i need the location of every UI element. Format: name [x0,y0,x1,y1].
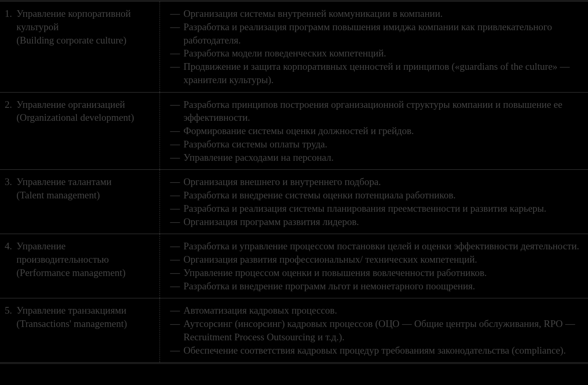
row-title: Управление корпоративной культурой(Build… [16,7,152,47]
bullet-text: Разработка системы оплаты труда. [183,138,582,151]
bullet-text: Разработка и управление процессом постан… [183,240,582,253]
row-number: 2. [5,98,16,125]
row-content-cell: —Организация системы внутренней коммуник… [160,2,588,92]
row-title-cell: 5. Управление транзакциями(Transactions'… [0,298,160,362]
dash-icon: — [170,151,183,164]
dash-icon: — [170,138,183,151]
bullet-text: Обеспечение соответствия кадровых процед… [183,344,582,357]
table-row: 4. Управление производительностью(Perfor… [0,234,588,298]
bullet-text: Разработка модели поведенческих компетен… [183,47,582,60]
dash-icon: — [170,253,183,266]
row-content-cell: —Автоматизация кадровых процессов. —Аутс… [160,298,588,362]
dash-icon: — [170,175,183,189]
table-row: 1. Управление корпоративной культурой(Bu… [0,2,588,92]
bullet-text: Разработка и реализация программ повышен… [183,20,582,47]
bullet-text: Продвижение и защита корпоративных ценно… [183,60,582,87]
dash-icon: — [170,317,183,344]
dash-icon: — [170,215,183,229]
dash-icon: — [170,240,183,253]
dash-icon: — [170,304,183,317]
bullet-text: Автоматизация кадровых процессов. [183,304,582,317]
row-content-cell: —Разработка и управление процессом поста… [160,234,588,298]
bullet-text: Формирование системы оценки должностей и… [183,124,582,138]
bullet-text: Организация системы внутренней коммуника… [183,7,582,20]
bullet-text: Разработка и внедрение системы оценки по… [183,189,582,202]
bullet-text: Аутсорсинг (инсорсинг) кадровых процессо… [183,317,582,344]
dash-icon: — [170,124,183,138]
dash-icon: — [170,20,183,47]
bullet-text: Разработка и реализация системы планиров… [183,202,582,215]
table-row: 3. Управление талантами(Talent managemen… [0,169,588,234]
dash-icon: — [170,98,183,125]
bullet-text: Разработка и внедрение программ льгот и … [183,280,582,293]
bullet-text: Организация внешнего и внутреннего подбо… [183,175,582,189]
bullet-text: Управление процессом оценки и повышения … [183,266,582,280]
dash-icon: — [170,202,183,215]
dash-icon: — [170,280,183,293]
dash-icon: — [170,47,183,60]
row-content-cell: —Организация внешнего и внутреннего подб… [160,170,588,234]
dash-icon: — [170,7,183,20]
dash-icon: — [170,60,183,87]
bullet-text: Управление расходами на персонал. [183,151,582,164]
row-number: 1. [5,7,16,47]
row-title: Управление талантами(Talent management) [16,175,152,202]
row-title-cell: 3. Управление талантами(Talent managemen… [0,170,160,234]
table-row: 2. Управление организацией(Organizationa… [0,92,588,170]
hr-functions-table: 1. Управление корпоративной культурой(Bu… [0,0,588,364]
row-number: 4. [5,240,16,279]
bullet-text: Разработка принципов построения организа… [183,98,582,125]
row-number: 3. [5,175,16,202]
row-title: Управление организацией(Organizational d… [16,98,152,125]
dash-icon: — [170,189,183,202]
row-number: 5. [5,304,16,331]
row-content-cell: —Разработка принципов построения организ… [160,93,588,170]
row-title-cell: 1. Управление корпоративной культурой(Bu… [0,2,160,92]
row-title-cell: 2. Управление организацией(Organizationa… [0,93,160,170]
dash-icon: — [170,344,183,357]
table-row: 5. Управление транзакциями(Transactions'… [0,298,588,362]
row-title: Управление транзакциями(Transactions' ma… [16,304,152,331]
dash-icon: — [170,266,183,280]
row-title-cell: 4. Управление производительностью(Perfor… [0,234,160,298]
row-title: Управление производительностью(Performan… [16,240,152,279]
bullet-text: Организация развития профессиональных/ т… [183,253,582,266]
bullet-text: Организация программ развития лидеров. [183,215,582,229]
